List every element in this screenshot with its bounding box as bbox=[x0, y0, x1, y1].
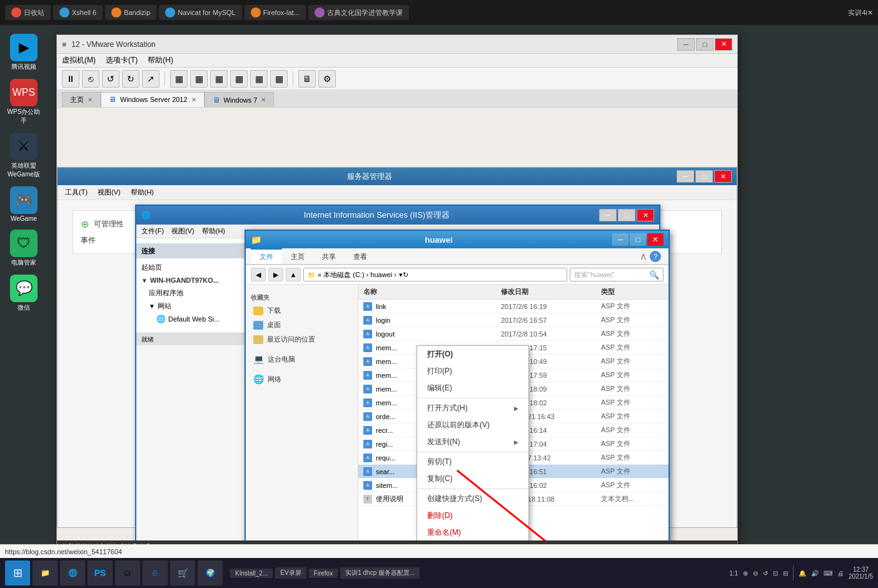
toolbar-btn3[interactable]: ↺ bbox=[102, 70, 119, 88]
fe-back-btn[interactable]: ◀ bbox=[251, 268, 266, 281]
tab-win2012-close[interactable]: ✕ bbox=[191, 96, 196, 103]
taskbar-item-bandizip[interactable]: Bandizip bbox=[105, 5, 156, 20]
ctx-sendto[interactable]: 发送到(N) bbox=[417, 433, 528, 450]
fe-minimize-btn[interactable]: ─ bbox=[612, 233, 628, 246]
sm-menu-view[interactable]: 视图(V) bbox=[98, 188, 121, 197]
ctx-open[interactable]: 打开(O) bbox=[417, 346, 528, 363]
iis-close[interactable]: ✕ bbox=[637, 209, 654, 221]
fe-sidebar-download[interactable]: 下载 bbox=[246, 303, 358, 318]
iis-item-sites[interactable]: ▼ 网站 bbox=[136, 300, 258, 313]
taskbar-item-recycle[interactable]: 日收站 bbox=[5, 5, 51, 20]
vmware-menu-help[interactable]: 帮助(H) bbox=[148, 55, 173, 66]
iis-minimize[interactable]: ─ bbox=[599, 209, 617, 221]
toolbar-btn5[interactable]: ↗ bbox=[142, 70, 159, 88]
taskbar-item-xshell[interactable]: Xshell 6 bbox=[53, 5, 103, 20]
tab-home[interactable]: 主页 ✕ bbox=[62, 92, 101, 107]
taskbar-zoom-minus[interactable]: ⊖ bbox=[753, 570, 758, 577]
vmware-close-btn[interactable]: ✕ bbox=[715, 38, 732, 51]
toolbar-btn4[interactable]: ↻ bbox=[122, 70, 139, 88]
fe-forward-btn[interactable]: ▶ bbox=[268, 268, 283, 281]
vmware-menu-vm[interactable]: 虚拟机(M) bbox=[62, 55, 96, 66]
ribbon-tab-file[interactable]: 文件 bbox=[251, 248, 282, 264]
desktop-icon-tencent[interactable]: ▶ 腾讯视频 bbox=[3, 31, 45, 74]
toolbar-btn2[interactable]: ⎋ bbox=[82, 70, 99, 88]
ctx-edit[interactable]: 编辑(E) bbox=[417, 380, 528, 397]
desktop-icon-hero[interactable]: ⚔ 英雄联盟WeGame版 bbox=[3, 130, 45, 181]
file-row[interactable]: A logout 2017/2/8 10:54 ASP 文件 bbox=[358, 327, 669, 341]
desktop-icon-wps[interactable]: WPS WPS办公助手 bbox=[3, 76, 45, 128]
taskbar-zoom-plus[interactable]: ⊕ bbox=[743, 570, 748, 577]
file-row[interactable]: A login 2017/2/6 16:57 ASP 文件 bbox=[358, 313, 669, 327]
desktop-icon-pcmgr[interactable]: 🛡 电脑管家 bbox=[3, 227, 45, 270]
taskbar-network-btn[interactable]: 🌍 bbox=[198, 560, 223, 585]
iis-maximize[interactable]: □ bbox=[618, 209, 635, 221]
toolbar-btn10[interactable]: ▦ bbox=[250, 70, 268, 88]
taskbar-store-btn[interactable]: 🛒 bbox=[170, 560, 195, 585]
ctx-cut[interactable]: 剪切(T) bbox=[417, 454, 528, 470]
tab-win2012[interactable]: 🖥 Windows Server 2012 ✕ bbox=[101, 92, 204, 107]
fe-search-field[interactable]: 搜索"huawei" 🔍 bbox=[570, 268, 664, 281]
sm-menu-tools[interactable]: 工具(T) bbox=[65, 188, 88, 197]
taskbar-ie-btn[interactable]: 🌐 bbox=[60, 560, 85, 585]
fe-sidebar-recent[interactable]: 最近访问的位置 bbox=[246, 332, 358, 347]
ctx-print[interactable]: 打印(P) bbox=[417, 363, 528, 380]
taskbar-zoom-reset[interactable]: ↺ bbox=[763, 570, 768, 577]
toolbar-display-btn[interactable]: 🖥 bbox=[298, 70, 316, 88]
sm-maximize[interactable]: □ bbox=[695, 170, 713, 183]
taskbar-file-explorer-btn[interactable]: 📁 bbox=[33, 560, 58, 585]
toolbar-btn8[interactable]: ▦ bbox=[210, 70, 228, 88]
sm-minimize[interactable]: ─ bbox=[677, 170, 694, 183]
fe-close-btn[interactable]: ✕ bbox=[647, 233, 664, 246]
taskbar-item-navicat[interactable]: Navicat for MySQL bbox=[159, 5, 241, 20]
ctx-delete[interactable]: 删除(D) bbox=[417, 507, 528, 524]
vmware-minimize-btn[interactable]: ─ bbox=[677, 38, 695, 51]
taskbar-item-culture[interactable]: 古典文化国学进管教学课 bbox=[308, 5, 409, 20]
ctx-rename[interactable]: 重命名(M) bbox=[417, 524, 528, 540]
toolbar-pause-btn[interactable]: ⏸ bbox=[62, 70, 79, 88]
toolbar-btn11[interactable]: ▦ bbox=[270, 70, 288, 88]
fe-maximize-btn[interactable]: □ bbox=[630, 233, 646, 246]
fe-address-field[interactable]: 📁 « 本地磁盘 (C:) › huawei › ▾ ↻ bbox=[303, 268, 567, 281]
fe-expand-btn[interactable]: ∧ bbox=[640, 250, 647, 262]
fe-address-refresh-btn[interactable]: ↻ bbox=[403, 271, 408, 279]
fe-sidebar-desktop[interactable]: 桌面 bbox=[246, 318, 358, 332]
ribbon-tab-share[interactable]: 共享 bbox=[313, 248, 345, 264]
ctx-shortcut[interactable]: 创建快捷方式(S) bbox=[417, 490, 528, 507]
fe-up-btn[interactable]: ▲ bbox=[286, 268, 301, 281]
fe-sidebar-computer[interactable]: 💻 这台电脑 bbox=[246, 352, 358, 367]
ribbon-tab-view[interactable]: 查看 bbox=[345, 248, 376, 264]
taskbar-powershell-btn[interactable]: PS bbox=[88, 560, 113, 585]
tab-home-close[interactable]: ✕ bbox=[88, 96, 93, 103]
tab-win7-close[interactable]: ✕ bbox=[261, 96, 266, 103]
taskbar-ie2-btn[interactable]: e bbox=[143, 560, 168, 585]
iis-menu-view[interactable]: 视图(V) bbox=[171, 226, 194, 236]
ribbon-tab-home[interactable]: 主页 bbox=[282, 248, 313, 264]
fe-sidebar-network[interactable]: 🌐 网络 bbox=[246, 372, 358, 387]
tab-win7[interactable]: 🖥 Windows 7 ✕ bbox=[204, 92, 275, 107]
ctx-openwith[interactable]: 打开方式(H) bbox=[417, 400, 528, 417]
file-row[interactable]: A link 2017/2/6 16:19 ASP 文件 bbox=[358, 300, 669, 313]
iis-item-apppool[interactable]: 应用程序池 bbox=[136, 286, 258, 300]
toolbar-btn9[interactable]: ▦ bbox=[230, 70, 248, 88]
desktop-icon-wegame[interactable]: 🎮 WeGame bbox=[3, 184, 45, 225]
toolbar-settings-btn[interactable]: ⚙ bbox=[318, 70, 336, 88]
taskbar-folder-btn[interactable]: 🗂 bbox=[115, 560, 140, 585]
iis-menu-file[interactable]: 文件(F) bbox=[141, 226, 164, 236]
taskbar-kbd-icon: ⌨ bbox=[824, 570, 832, 577]
ctx-restore[interactable]: 还原以前的版本(V) bbox=[417, 417, 528, 433]
iis-menu-help[interactable]: 帮助(H) bbox=[202, 226, 225, 236]
iis-item-default[interactable]: 🌐 Default Web Si... bbox=[136, 313, 258, 325]
sm-menu-help[interactable]: 帮助(H) bbox=[131, 188, 154, 197]
fe-help-btn[interactable]: ? bbox=[650, 251, 661, 262]
vmware-menu-tab[interactable]: 选项卡(T) bbox=[106, 55, 138, 66]
sm-close[interactable]: ✕ bbox=[714, 170, 732, 183]
taskbar-item-firefox[interactable]: Firefox-lat... bbox=[245, 5, 306, 20]
ctx-copy[interactable]: 复制(C) bbox=[417, 470, 528, 487]
iis-item-server[interactable]: ▼ WIN-HGANDT97KO... bbox=[136, 274, 258, 286]
desktop-icon-wechat[interactable]: 💬 微信 bbox=[3, 272, 45, 315]
toolbar-btn7[interactable]: ▦ bbox=[190, 70, 208, 88]
toolbar-btn6[interactable]: ▦ bbox=[170, 70, 188, 88]
win-start-btn[interactable]: ⊞ bbox=[5, 560, 30, 585]
iis-item-start[interactable]: 起始页 bbox=[136, 261, 258, 274]
vmware-maximize-btn[interactable]: □ bbox=[696, 38, 714, 51]
